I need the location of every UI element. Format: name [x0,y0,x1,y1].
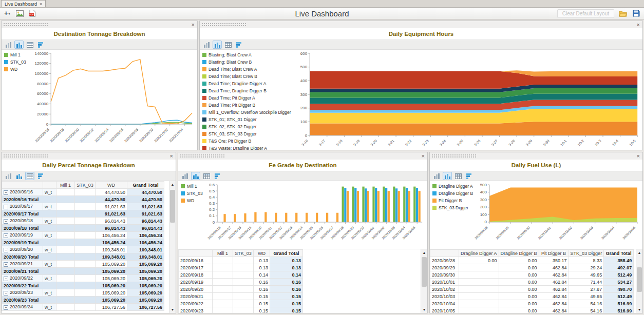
pivot-chart-icon[interactable] [234,41,243,49]
value-cell [75,196,96,203]
table-view-icon[interactable] [223,41,233,49]
close-icon[interactable]: × [422,154,425,159]
chart-settings-icon[interactable] [4,172,13,180]
column-header[interactable] [43,182,56,189]
column-header[interactable]: STK_03 [233,250,254,257]
row-header-cell: 2020/09/22 Total [2,282,56,289]
value-cell: 0.00 [459,257,499,264]
value-cell [459,300,499,307]
table-view-icon[interactable] [453,172,463,180]
legend-item: Blasting; Blast Crew A [202,52,291,57]
close-icon[interactable]: × [637,154,640,159]
bar-chart-icon[interactable] [191,172,200,180]
export-image-button[interactable] [15,10,25,17]
vertical-scrollbar[interactable]: ▲ ▼ [421,249,427,313]
pivot-chart-icon[interactable] [36,172,45,180]
table-view-icon[interactable] [25,172,34,180]
scrollbar-track[interactable] [169,188,176,306]
bar-chart-icon[interactable] [14,41,24,49]
drag-handle[interactable] [3,154,48,159]
pivot-chart-icon[interactable] [213,172,222,180]
scroll-down-arrow[interactable]: ▼ [169,306,176,313]
chart-settings-icon[interactable] [432,172,441,180]
collapse-button[interactable]: − [4,190,8,195]
close-icon[interactable]: × [170,154,173,159]
header-row: Dragline Digger ADragline Digger BPit Di… [430,250,634,257]
drag-handle[interactable] [180,154,225,159]
column-header[interactable]: STK_03 Digger [569,250,604,257]
column-header[interactable] [2,182,43,189]
table-view-icon[interactable] [25,41,34,49]
drag-handle[interactable] [3,23,48,27]
collapse-button[interactable]: − [4,262,8,267]
column-header[interactable]: Grand Total [127,182,164,189]
column-header[interactable]: WD [254,250,270,257]
chart-settings-icon[interactable] [180,172,190,180]
scroll-up-arrow[interactable]: ▲ [169,181,176,188]
scroll-up-arrow[interactable]: ▲ [421,249,427,256]
scrollbar-track[interactable] [421,256,427,306]
row-header-cell: −2020/09/23 [2,289,43,297]
scrollbar-track[interactable] [636,256,642,306]
vertical-scrollbar[interactable]: ▲ ▼ [169,181,176,313]
legend-label: Dead Time; Dragline Digger B [209,88,267,93]
scrollbar-thumb[interactable] [422,257,427,287]
legend-swatch [432,206,437,210]
scroll-up-arrow[interactable]: ▲ [636,249,642,256]
svg-text:0.3: 0.3 [209,201,215,206]
scroll-down-arrow[interactable]: ▼ [421,306,427,313]
column-header[interactable] [179,250,213,257]
panel-header: × [2,152,176,160]
column-header[interactable]: Mill 1 [213,250,233,257]
panel-toolbar [200,40,642,50]
column-header[interactable]: Dragline Digger A [459,250,499,257]
value-cell [56,203,75,210]
fuel-use-chart: 01002003004005002020/09/282020/09/292020… [474,181,642,249]
tab-live-dashboard[interactable]: Live Dashboard × [1,0,46,7]
drag-handle[interactable] [431,154,477,159]
pivot-chart-icon[interactable] [36,41,45,49]
pivot-chart-icon[interactable] [464,172,473,180]
total-row: 2020/09/18 Total96,814.4396,814.43 [2,225,164,232]
close-icon[interactable]: × [192,23,195,27]
collapse-button[interactable]: − [4,305,8,310]
scrollbar-thumb[interactable] [637,267,642,292]
value-cell [213,264,233,271]
collapse-button[interactable]: − [4,205,8,209]
legend-swatch [202,117,206,122]
bar-chart-icon[interactable] [14,172,24,180]
collapse-button[interactable]: − [4,277,8,281]
drag-handle[interactable] [201,23,247,27]
bar-chart-icon[interactable] [213,41,222,49]
clear-default-layout-button[interactable]: Clear Default Layout [557,9,614,18]
svg-text:2020/09/30: 2020/09/30 [138,128,154,143]
add-item-button[interactable]: + ▾ [3,10,11,17]
column-header[interactable]: WD [96,182,127,189]
open-layout-button[interactable] [618,10,628,17]
legend-label: WD [187,198,194,203]
chart-settings-icon[interactable] [202,41,211,49]
vertical-scrollbar[interactable]: ▲ ▼ [636,249,642,313]
export-pdf-button[interactable]: PDF [28,9,36,17]
collapse-button[interactable]: − [4,248,8,252]
column-header[interactable] [430,250,459,257]
collapse-button[interactable]: − [4,291,8,296]
save-layout-button[interactable] [632,9,641,17]
scroll-down-arrow[interactable]: ▼ [636,306,642,313]
bar-chart-icon[interactable] [443,172,452,180]
collapse-button[interactable]: − [4,233,8,238]
chart-settings-icon[interactable] [4,41,13,49]
collapse-button[interactable]: − [4,219,8,224]
tab-close-icon[interactable]: × [40,2,42,6]
column-header[interactable]: Mill 1 [56,182,75,189]
column-header[interactable]: Grand Total [604,250,634,257]
column-header[interactable]: Dragline Digger B [499,250,539,257]
table-view-icon[interactable] [202,172,211,180]
value-cell: 8.33 [569,257,604,264]
scrollbar-thumb[interactable] [170,190,175,223]
column-header[interactable]: STK_03 [75,182,96,189]
column-header[interactable]: Grand Total [270,250,303,257]
close-icon[interactable]: × [637,23,640,27]
value-cell: 29.24 [569,264,604,271]
column-header[interactable]: Pit Digger B [539,250,569,257]
